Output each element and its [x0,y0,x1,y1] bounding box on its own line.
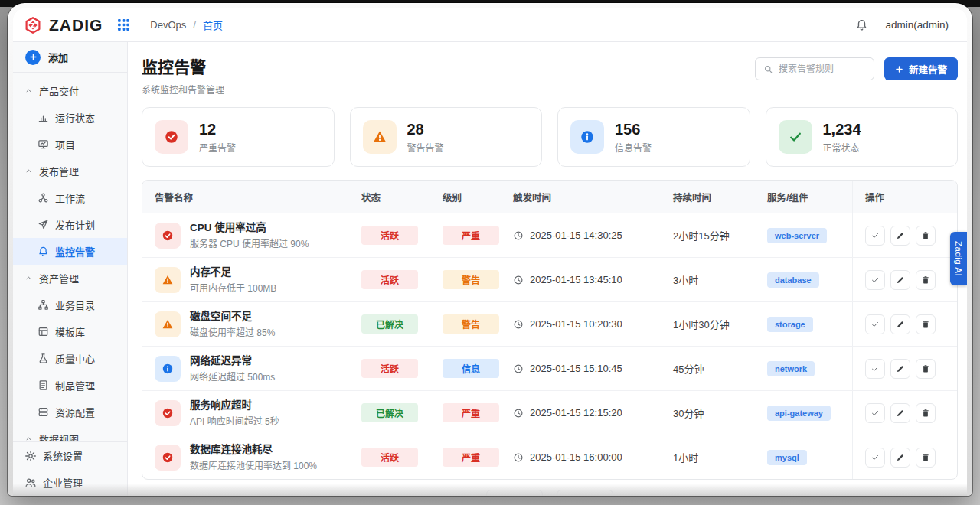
zadig-ai-tab[interactable]: Zadig AI [950,232,967,285]
resolve-button[interactable] [865,403,885,423]
service-tag[interactable]: web-server [767,228,827,243]
service-tag[interactable]: mysql [767,450,807,465]
column-header-状态: 状态 [341,181,421,213]
delete-button[interactable] [916,270,936,290]
sidebar-item-制品管理[interactable]: 制品管理 [13,372,127,399]
status-badge: 活跃 [361,359,418,378]
pagination-next-button[interactable] [557,490,613,496]
delete-button[interactable] [916,403,936,423]
resolve-button[interactable] [865,226,885,246]
search-icon [763,64,773,74]
delete-button[interactable] [916,359,936,379]
edit-button[interactable] [890,270,910,290]
stat-icon-wrap [570,120,604,154]
sidebar-group-资产管理[interactable]: 资产管理 [13,265,127,292]
stat-value: 28 [407,121,444,138]
alert-severity-icon-wrap [155,445,181,471]
breadcrumb-current[interactable]: 首页 [203,18,223,32]
search-box[interactable] [755,57,874,80]
status-badge: 活跃 [361,270,418,289]
alert-name-text: 数据库连接池耗尽数据库连接池使用率达到 100% [190,443,317,472]
delete-button[interactable] [916,448,936,468]
pencil-icon [896,231,905,240]
alert-name-text: 服务响应超时API 响应时间超过 5秒 [190,399,279,428]
page-controls: 新建告警 [755,57,958,80]
stat-icon-wrap [779,120,812,154]
duration: 1小时30分钟 [673,317,730,331]
actions-cell [853,391,957,435]
resolve-button[interactable] [865,448,885,468]
sidebar-item-项目[interactable]: 项目 [13,131,127,158]
search-input[interactable] [779,64,866,74]
sidebar-item-监控告警[interactable]: 监控告警 [13,238,127,265]
status-cell: 活跃 [341,258,421,301]
resolve-button[interactable] [865,314,885,334]
sidebar-item-发布计划[interactable]: 发布计划 [13,211,127,238]
level-badge: 严重 [443,448,499,467]
pagination-prev-button[interactable] [486,490,543,496]
alert-severity-icon-wrap [155,311,181,337]
sidebar-item-企业管理[interactable]: 企业管理 [13,469,127,496]
window-frame: ZADIG DevOps / 首页 [8,3,972,496]
edit-button[interactable] [890,226,910,246]
workflow-icon [38,192,49,204]
trash-icon [921,453,930,462]
sidebar-group-label: 数据视图 [39,432,79,441]
breadcrumb-app[interactable]: DevOps [150,19,186,31]
edit-button[interactable] [890,314,910,334]
column-header-操作: 操作 [853,181,957,213]
service-tag[interactable]: storage [767,317,813,332]
column-header-级别: 级别 [421,181,501,213]
sidebar-item-系统设置[interactable]: 系统设置 [13,442,127,469]
delete-button[interactable] [916,314,936,334]
alert-name-text: CPU 使用率过高服务器 CPU 使用率超过 90% [190,221,309,250]
create-alert-button[interactable]: 新建告警 [884,57,958,80]
sidebar-group-发布管理[interactable]: 发布管理 [13,158,127,184]
user-name[interactable]: admin(admin) [885,19,949,31]
page-header: 监控告警 系统监控和告警管理 [142,53,958,96]
sidebar-group-产品交付[interactable]: 产品交付 [13,77,127,104]
add-button[interactable]: 添加 [13,42,127,73]
sidebar-group-label: 发布管理 [39,164,79,178]
alert-severity-icon-wrap [155,267,181,293]
service-tag[interactable]: api-gateway [767,406,831,421]
edit-button[interactable] [890,403,910,423]
notifications-bell-icon[interactable] [855,18,868,31]
sidebar-item-质量中心[interactable]: 质量中心 [13,345,127,372]
sidebar-item-label: 企业管理 [43,475,83,490]
sidebar-item-运行状态[interactable]: 运行状态 [13,104,127,131]
sidebar-item-资源配置[interactable]: 资源配置 [13,399,127,425]
brand-name: ZADIG [49,16,103,34]
stat-card-success: 1,234正常状态 [766,107,959,167]
duration-cell: 1小时30分钟 [653,302,747,346]
table-row: 内存不足可用内存低于 100MB活跃警告2025-01-15 13:45:103… [142,258,957,302]
status-cell: 活跃 [341,213,421,257]
check-icon [871,275,880,285]
edit-button[interactable] [890,448,910,468]
resolve-button[interactable] [865,359,885,379]
sidebar-group-数据视图[interactable]: 数据视图 [13,425,127,441]
level-cell: 警告 [421,302,501,346]
chevron-up-icon [24,86,33,95]
service-tag[interactable]: network [767,361,815,376]
warning-status-icon [372,129,387,145]
service-tag[interactable]: database [767,272,819,288]
sidebar-item-工作流[interactable]: 工作流 [13,184,127,211]
sidebar-item-模板库[interactable]: 模板库 [13,318,127,345]
bell-icon [38,246,49,257]
resolve-button[interactable] [865,270,885,290]
delete-button[interactable] [916,226,936,246]
edit-button[interactable] [890,359,910,379]
critical-status-icon [164,129,179,145]
top-right-actions: admin(admin) [855,18,952,31]
trigger-time-cell: 2025-01-15 10:20:30 [501,302,653,346]
warning-alert-icon [162,274,174,286]
sidebar-item-label: 制品管理 [55,378,95,393]
create-alert-label: 新建告警 [909,62,947,77]
sidebar-item-业务目录[interactable]: 业务目录 [13,292,127,318]
sidebar-item-label: 发布计划 [55,217,95,232]
alert-name: 网络延迟异常 [190,354,275,368]
sidebar-footer: 系统设置企业管理 [13,441,127,496]
stat-label: 信息告警 [615,141,652,154]
apps-grid-icon[interactable] [117,18,130,31]
